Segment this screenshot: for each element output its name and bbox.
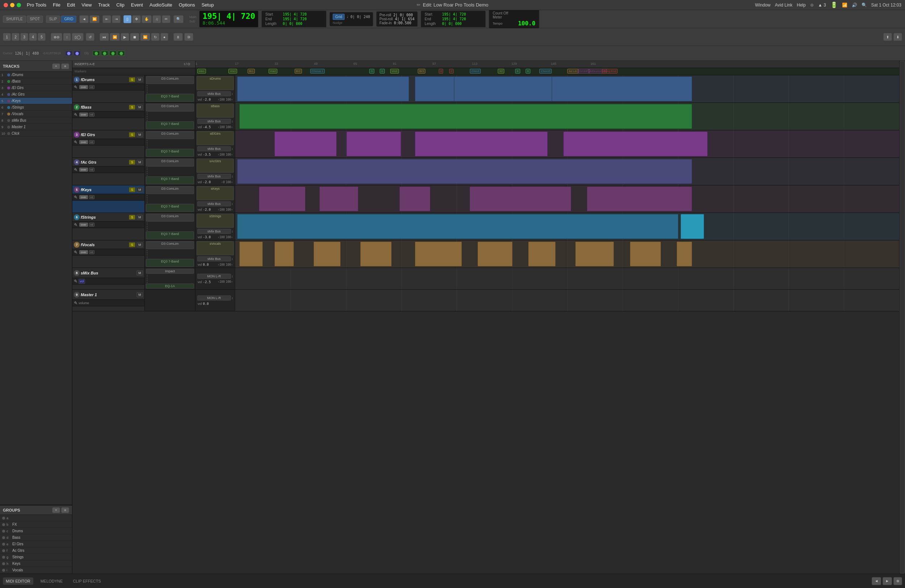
- pan-r-3[interactable]: 100›: [226, 153, 233, 156]
- track-list-toggle[interactable]: ▯◯: [71, 33, 84, 41]
- io-slot-9[interactable]: MON L-R: [197, 296, 231, 300]
- pan-l-1[interactable]: ‹100: [218, 98, 224, 102]
- post-roll-value[interactable]: 4| 1| 654: [395, 17, 414, 21]
- bottom-zoom[interactable]: ⊕: [894, 577, 902, 585]
- marker-vrs3[interactable]: Vrs3: [390, 69, 399, 73]
- step-fwd-button[interactable]: ⏩: [140, 33, 150, 41]
- group-item-el gtrs[interactable]: e El Gtrs: [0, 541, 72, 547]
- loop-play-button[interactable]: ↻: [151, 33, 160, 41]
- pan-l-3[interactable]: ‹100: [218, 153, 224, 156]
- vol-value-1[interactable]: -2.0: [203, 98, 217, 102]
- loop-button[interactable]: ↺: [86, 33, 94, 41]
- menu-window[interactable]: Window: [755, 3, 771, 8]
- clip-5-0[interactable]: [259, 186, 305, 211]
- clip-3-3[interactable]: [563, 132, 708, 156]
- track-list-item-el gtrs[interactable]: 3 /El Gtrs: [0, 85, 72, 91]
- group-item-fx[interactable]: b FX: [0, 521, 72, 528]
- slip-button[interactable]: SLIP: [46, 16, 60, 23]
- stop-button[interactable]: ⏹: [130, 33, 140, 41]
- pan-l-4[interactable]: ‹0: [221, 181, 225, 184]
- send-slot-1[interactable]: sDrums: [197, 76, 234, 90]
- menu-pro-tools[interactable]: Pro Tools: [27, 2, 46, 8]
- solo-btn-6[interactable]: S: [129, 215, 135, 220]
- io-slot-4[interactable]: sMix Bus: [197, 174, 231, 179]
- bottom-scroll-right[interactable]: ►: [883, 577, 892, 585]
- pan-l-8[interactable]: ‹100: [218, 280, 224, 283]
- io-slot-3[interactable]: sMix Bus: [197, 146, 231, 151]
- clip-7-5[interactable]: [478, 242, 513, 267]
- mute-btn-7[interactable]: M: [137, 242, 143, 247]
- tab-melodyne[interactable]: MELODYNE: [38, 577, 66, 585]
- num-btn-5[interactable]: 5: [38, 33, 46, 41]
- tracks-options-button[interactable]: ≡: [61, 64, 69, 69]
- close-button[interactable]: [4, 3, 8, 7]
- solo-btn-7[interactable]: S: [129, 242, 135, 247]
- track-list-item-drums[interactable]: 1 /Drums: [0, 72, 72, 78]
- group-item-bass[interactable]: d Bass: [0, 534, 72, 541]
- track-height-button[interactable]: ↕: [63, 33, 71, 41]
- mute-btn-4[interactable]: M: [137, 160, 143, 165]
- group-item-ac gtrs[interactable]: f Ac Gtrs: [0, 547, 72, 554]
- rd-tag-7[interactable]: rd: [89, 250, 94, 254]
- io-arrow-6[interactable]: ↕: [232, 230, 233, 233]
- eq-slot-5[interactable]: EQ3 7-Band: [146, 204, 194, 212]
- rd-tag-5[interactable]: rd: [89, 195, 94, 199]
- pan-l-2[interactable]: ‹100: [218, 126, 224, 129]
- group-item-drums[interactable]: c Drums: [0, 528, 72, 534]
- solo-btn-5[interactable]: S: [129, 187, 135, 192]
- menu-help[interactable]: Help: [797, 3, 806, 8]
- track-clips-fKeys[interactable]: [235, 185, 899, 213]
- solo-btn-3[interactable]: S: [129, 132, 135, 137]
- clip-5-2[interactable]: [399, 186, 430, 211]
- pan-l-5[interactable]: ‹100: [218, 208, 224, 211]
- io-arrow-8[interactable]: ↕: [232, 275, 233, 278]
- clip-1-0[interactable]: [237, 76, 409, 102]
- num-btn-3[interactable]: 3: [20, 33, 28, 41]
- io-slot-5[interactable]: sMix Bus: [197, 201, 231, 207]
- io-slot-6[interactable]: sMix Bus: [197, 229, 231, 234]
- shuffle-button[interactable]: SHUFFLE: [3, 16, 26, 23]
- end2-value[interactable]: 195| 4| 720: [442, 17, 466, 21]
- io-arrow-7[interactable]: ↕: [232, 257, 233, 261]
- vol-value-3[interactable]: -3.5: [203, 153, 217, 156]
- group-item-strings[interactable]: g Strings: [0, 554, 72, 561]
- eq-slot-7[interactable]: EQ3 7-Band: [146, 259, 194, 267]
- right-scrollbar[interactable]: [899, 61, 905, 574]
- menu-track[interactable]: Track: [98, 2, 110, 8]
- over-tag-6[interactable]: over: [79, 222, 88, 227]
- eq-slot-1[interactable]: EQ3 7-Band: [146, 94, 194, 102]
- pan-l-6[interactable]: ‹100: [218, 236, 224, 239]
- menu-avid-link[interactable]: Avid Link: [775, 3, 792, 8]
- clip-7-9[interactable]: [676, 242, 692, 267]
- send-slot-3[interactable]: sElGtrs: [197, 131, 234, 145]
- pencil-tool-button[interactable]: ✏: [162, 15, 170, 23]
- marker-2[interactable]: 2: [449, 69, 454, 73]
- send-slot-6[interactable]: sStrings: [197, 214, 234, 228]
- group-item-<all>[interactable]: a: [0, 515, 72, 521]
- track-list-item-master 1[interactable]: 9 Master 1: [0, 124, 72, 130]
- scrub-tool-button[interactable]: ♫: [152, 15, 161, 23]
- pan-r-5[interactable]: 100›: [226, 208, 233, 211]
- solo-btn-1[interactable]: S: [129, 77, 135, 82]
- track-list-item-ac gtrs[interactable]: 4 /Ac Gtrs: [0, 91, 72, 98]
- insert-slot-8[interactable]: Impact: [146, 269, 194, 274]
- num-btn-1[interactable]: 1: [3, 33, 11, 41]
- clip-1-3[interactable]: [552, 76, 692, 102]
- clip-3-1[interactable]: [346, 132, 401, 156]
- mute-btn-3[interactable]: M: [137, 132, 143, 137]
- clip-2-0[interactable]: [239, 104, 692, 129]
- insert-slot-3[interactable]: D3 ComLim: [146, 131, 194, 139]
- eq-slot-3[interactable]: EQ3 7-Band: [146, 149, 194, 157]
- over-tag-5[interactable]: over: [79, 195, 88, 199]
- vol-value-9[interactable]: 0.0: [203, 302, 233, 305]
- io-arrow-9[interactable]: ↕: [232, 296, 233, 300]
- mute-btn-8[interactable]: M: [137, 270, 143, 275]
- fade-in-value[interactable]: 0:00.500: [394, 21, 411, 25]
- io-arrow-5[interactable]: ↕: [232, 202, 233, 206]
- eq-slot-4[interactable]: EQ3 7-Band: [146, 176, 194, 184]
- over-tag-3[interactable]: over: [79, 140, 88, 144]
- clip-3-0[interactable]: [275, 132, 337, 156]
- solo-btn-4[interactable]: S: [129, 160, 135, 165]
- marker-chorus-1[interactable]: Chorus 1: [310, 69, 325, 73]
- clip-6-1[interactable]: [681, 214, 704, 239]
